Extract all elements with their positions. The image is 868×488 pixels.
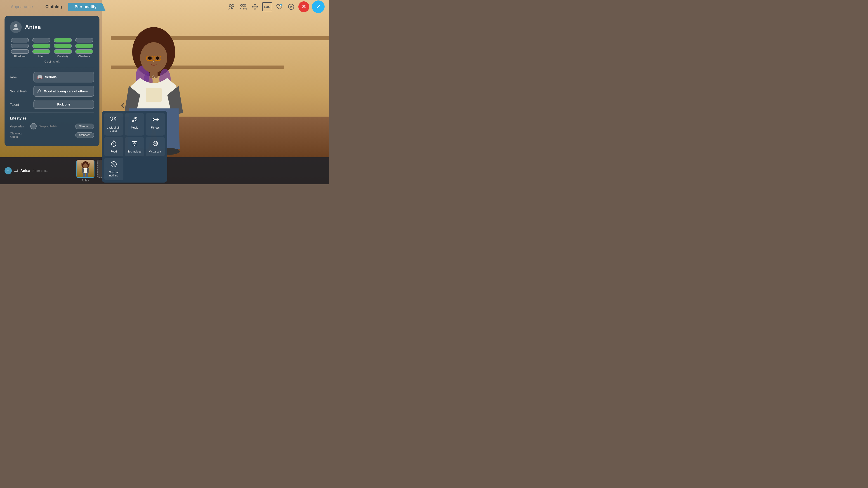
svg-rect-56 — [86, 173, 88, 177]
music-icon — [131, 116, 138, 124]
svg-rect-22 — [150, 71, 158, 78]
thumb-inner — [77, 160, 94, 177]
svg-rect-23 — [146, 88, 162, 102]
food-icon — [110, 140, 117, 148]
talent-jack[interactable]: Jack-of-all-trades — [104, 113, 123, 135]
physique-bar-3[interactable] — [11, 49, 29, 54]
visual-arts-label: Visual arts — [149, 150, 162, 153]
food-label: Food — [111, 150, 117, 153]
log-button[interactable]: LOG — [262, 2, 272, 11]
nothing-icon — [110, 161, 117, 169]
mind-bar-1[interactable] — [32, 38, 51, 42]
cleaning-badge[interactable]: Standard — [75, 132, 94, 138]
vibe-icon: 📖 — [37, 74, 43, 80]
mind-bar-2[interactable] — [32, 43, 51, 48]
svg-point-8 — [14, 24, 18, 27]
svg-point-44 — [154, 142, 155, 143]
social-perk-icon — [37, 88, 41, 94]
character-thumbnail-anisa[interactable] — [76, 160, 94, 178]
heart-icon[interactable]: ▶ — [275, 2, 284, 11]
stat-creativity: Creativity — [53, 38, 72, 58]
talent-good-at-nothing[interactable]: Good at nothing — [104, 158, 123, 180]
charisma-bar-2[interactable] — [75, 43, 93, 48]
fitness-label: Fitness — [151, 126, 160, 129]
svg-point-38 — [112, 142, 116, 147]
move-icon[interactable] — [250, 2, 259, 11]
confirm-button[interactable]: ✓ — [312, 0, 324, 13]
chat-input[interactable] — [33, 169, 69, 173]
svg-rect-35 — [153, 119, 154, 121]
svg-point-21 — [153, 61, 154, 62]
talent-technology[interactable]: Technology — [125, 137, 144, 156]
stat-physique: Physique — [10, 38, 30, 58]
add-chat-button[interactable]: + — [4, 167, 12, 174]
jack-icon — [110, 116, 117, 124]
svg-point-49 — [83, 163, 88, 168]
sleeping-habits-label: Sleeping habits — [39, 125, 73, 128]
svg-point-45 — [156, 144, 157, 144]
talent-button[interactable]: Pick one — [33, 100, 94, 109]
visual-arts-icon — [152, 140, 159, 148]
charisma-label: Charisma — [79, 55, 90, 58]
svg-rect-36 — [157, 119, 158, 121]
physique-label: Physique — [14, 55, 25, 58]
creativity-bar-2[interactable] — [54, 43, 72, 48]
physique-bar-1[interactable] — [11, 38, 29, 42]
talent-food[interactable]: Food — [104, 137, 123, 156]
vibe-value: Serious — [45, 75, 57, 79]
chat-character-name: Anisa — [20, 169, 30, 173]
talent-fitness[interactable]: Fitness — [146, 113, 165, 135]
lifestyles-section: Lifestyles Vegetarian Sleeping habits St… — [10, 116, 94, 138]
character-avatar-icon — [10, 21, 22, 33]
tab-appearance[interactable]: Appearance — [4, 3, 39, 11]
svg-point-15 — [140, 42, 167, 73]
svg-rect-50 — [81, 163, 82, 166]
top-navigation: Appearance Clothing Personality — [0, 0, 329, 13]
vegetarian-label: Vegetarian — [10, 125, 28, 128]
divider-1 — [10, 68, 94, 68]
talent-music[interactable]: Music — [125, 113, 144, 135]
character-name-label: Anisa — [25, 24, 41, 31]
social-perk-button[interactable]: Good at taking care of others — [33, 86, 94, 97]
play-icon[interactable] — [287, 2, 296, 11]
mind-bar-3[interactable] — [32, 49, 51, 54]
social-perk-label: Social Perk — [10, 89, 30, 93]
vegetarian-toggle[interactable] — [30, 123, 37, 129]
social-perk-value: Good at taking care of others — [44, 90, 88, 93]
svg-point-19 — [148, 57, 152, 60]
svg-point-1 — [232, 4, 234, 7]
character-header: Anisa — [10, 21, 94, 33]
creativity-bar-1[interactable] — [54, 38, 72, 42]
talent-dropdown: Jack-of-all-trades Music Fitness — [102, 111, 167, 183]
thumb-label-anisa: Anisa — [82, 179, 89, 182]
cancel-button[interactable]: ✕ — [298, 1, 309, 12]
stats-grid: Physique Mind Creativity Charisma — [10, 38, 94, 58]
sleeping-habits-badge[interactable]: Standard — [75, 124, 94, 129]
charisma-bar-3[interactable] — [75, 49, 93, 54]
svg-point-10 — [39, 89, 41, 91]
group-icon[interactable] — [239, 2, 248, 11]
svg-rect-54 — [87, 168, 89, 173]
charisma-bar-1[interactable] — [75, 38, 93, 42]
vibe-button[interactable]: 📖 Serious — [33, 72, 94, 83]
tab-personality[interactable]: Personality — [68, 3, 105, 11]
svg-rect-53 — [82, 168, 84, 173]
relationships-icon[interactable] — [227, 2, 236, 11]
tab-clothing[interactable]: Clothing — [39, 3, 68, 11]
svg-point-9 — [38, 89, 39, 91]
shuffle-icon[interactable]: ⇄ — [14, 168, 18, 174]
stat-mind: Mind — [31, 38, 51, 58]
talent-visual-arts[interactable]: Visual arts — [146, 137, 165, 156]
technology-icon — [131, 140, 138, 148]
svg-point-30 — [132, 121, 134, 122]
lifestyle-cleaning-row: Cleaning habits Standard — [10, 132, 94, 138]
creativity-bar-3[interactable] — [54, 49, 72, 54]
character-thumb-wrap-anisa: Anisa — [76, 160, 94, 182]
svg-rect-52 — [83, 168, 88, 173]
nothing-label: Good at nothing — [106, 171, 122, 177]
points-left-label: 0 points left — [10, 60, 94, 63]
physique-bar-2[interactable] — [11, 43, 29, 48]
talent-value: Pick one — [57, 103, 70, 106]
music-label: Music — [131, 126, 138, 129]
svg-rect-55 — [83, 173, 85, 177]
